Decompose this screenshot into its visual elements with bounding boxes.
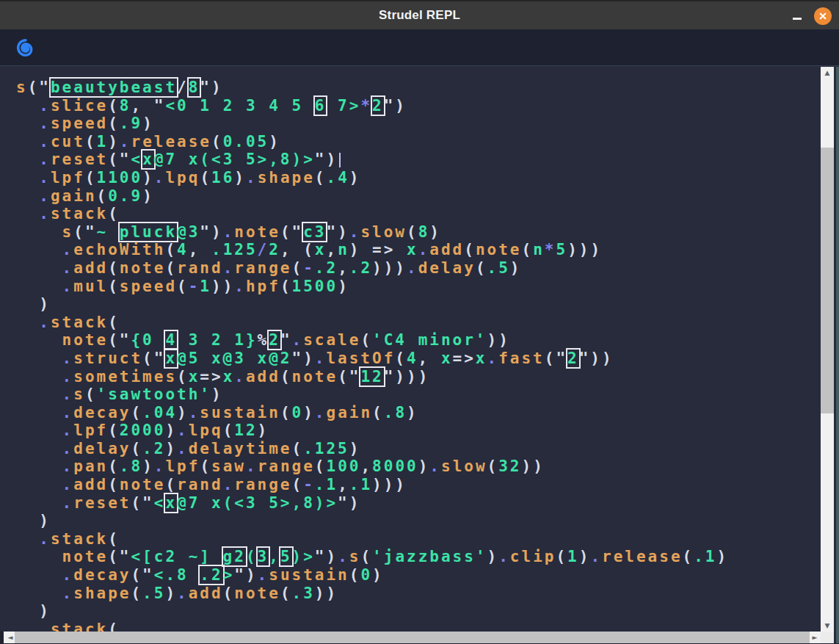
- code-token: (: [108, 259, 120, 277]
- code-token: /: [177, 79, 189, 96]
- active-event-highlight: 12: [360, 368, 383, 386]
- code-line: .struct("x@5 x@3 x@2").lastOf(4, x=>x.fa…: [16, 350, 728, 368]
- code-token: 1100: [97, 169, 143, 187]
- code-token: stack: [51, 314, 108, 331]
- code-token: ): [211, 386, 223, 403]
- code-token: ): [579, 548, 591, 565]
- code-token: struct: [73, 350, 142, 367]
- code-token: <.8: [154, 566, 200, 584]
- code-token: (: [464, 241, 476, 258]
- code-token: (": [338, 368, 360, 386]
- code-token: (: [131, 585, 142, 602]
- code-token: .: [39, 187, 51, 205]
- code-line: .pan(.8).lpf(saw.range(100,8000).slow(32…: [16, 457, 728, 476]
- code-token: )): [211, 278, 234, 295]
- code-token: ): [234, 169, 246, 187]
- scrollbar-corner: [821, 632, 834, 643]
- code-token: reset: [51, 151, 108, 168]
- active-event-highlight: beautybeast: [51, 79, 177, 96]
- code-token: .: [177, 422, 189, 439]
- code-token: pan: [73, 457, 108, 475]
- code-token: .: [62, 368, 74, 386]
- code-token: (: [683, 548, 694, 565]
- code-token: range: [234, 259, 291, 277]
- close-button[interactable]: ✕: [814, 7, 832, 25]
- code-token: rand: [177, 476, 223, 493]
- code-token: 32: [498, 457, 521, 475]
- code-token: %: [258, 331, 269, 349]
- code-token: .: [39, 115, 51, 132]
- code-token: shape: [73, 585, 131, 602]
- code-token: ): [39, 295, 51, 313]
- code-token: 0: [360, 566, 372, 584]
- strudel-repl-window: Strudel REPL ✕ s("beautybeast/8") .slice…: [0, 0, 839, 644]
- code-line: s("beautybeast/8"): [16, 79, 728, 97]
- code-token: .: [39, 151, 51, 168]
- code-line: .echoWith(4, .125/2, (x,n) => x.add(note…: [16, 241, 728, 259]
- code-line: .lpf(2000).lpq(12): [16, 422, 728, 440]
- strudel-logo-icon[interactable]: [15, 36, 37, 59]
- active-event-highlight: .2: [200, 566, 222, 584]
- code-token: add: [73, 476, 108, 493]
- code-token: ): [487, 548, 499, 565]
- scroll-up-arrow-icon[interactable]: ▲: [821, 67, 834, 79]
- code-token: .: [498, 548, 510, 565]
- code-token: .2: [142, 440, 165, 457]
- code-token: .: [39, 621, 51, 632]
- code-token: @3: [177, 223, 200, 241]
- code-token: .: [62, 350, 74, 367]
- code-token: echoWith: [73, 241, 165, 258]
- active-event-highlight: 5: [280, 548, 292, 565]
- code-token: x: [441, 350, 453, 367]
- code-line: ): [16, 512, 728, 530]
- code-token: delay: [73, 440, 131, 457]
- code-token: 0.9: [108, 187, 142, 205]
- horizontal-scrollbar[interactable]: ◄ ►: [4, 632, 821, 643]
- code-line: .delay(.2).delaytime(.125): [16, 440, 728, 458]
- code-token: ,: [418, 350, 441, 367]
- code-token: .: [62, 476, 74, 493]
- code-token: ): [142, 457, 154, 475]
- titlebar[interactable]: Strudel REPL ✕: [0, 0, 839, 29]
- code-token: .: [487, 350, 499, 367]
- code-token: -: [303, 476, 315, 493]
- vertical-scrollbar[interactable]: ▲ ▼: [821, 67, 834, 632]
- code-token: 1: [567, 548, 579, 565]
- code-token: @5 x@3 x@2: [177, 350, 291, 367]
- code-line: note("{0 4 3 2 1}%2".scale('C4 minor')): [16, 331, 728, 350]
- code-token: ))): [372, 259, 407, 277]
- code-token: speed: [51, 115, 108, 132]
- code-token: ): [349, 440, 361, 457]
- code-line: s("~ pluck@3").note("c3").slow(8): [16, 223, 728, 242]
- code-token: "): [291, 350, 314, 367]
- code-token: <0 1 2 3 4 5: [165, 97, 314, 115]
- code-token: (: [223, 422, 235, 439]
- code-line: .stack(: [16, 314, 728, 332]
- active-event-highlight: c3: [303, 223, 326, 241]
- code-token: range: [258, 457, 315, 475]
- code-token: ): [165, 585, 177, 602]
- code-area[interactable]: s("beautybeast/8") .slice(8, "<0 1 2 3 4…: [16, 79, 728, 632]
- horizontal-scrollbar-thumb[interactable]: [15, 632, 810, 643]
- code-token: )): [487, 331, 510, 349]
- code-token: (: [522, 241, 534, 258]
- code-editor[interactable]: s("beautybeast/8") .slice(8, "<0 1 2 3 4…: [0, 67, 821, 632]
- code-token: add: [189, 585, 223, 602]
- code-line: .stack(: [16, 530, 728, 549]
- code-line: .add(note(rand.range(-.2,.2))).delay(.5): [16, 259, 728, 278]
- code-token: note: [120, 259, 166, 277]
- code-token: (: [292, 476, 304, 493]
- scroll-right-arrow-icon[interactable]: ►: [808, 632, 821, 643]
- scroll-down-arrow-icon[interactable]: ▼: [821, 620, 834, 632]
- code-token: .1: [315, 476, 338, 493]
- code-token: .: [315, 350, 327, 367]
- code-token: x: [223, 368, 235, 386]
- code-token: scale: [303, 331, 360, 349]
- code-token: .8: [384, 404, 407, 422]
- minimize-button[interactable]: [792, 10, 802, 23]
- vertical-scrollbar-thumb[interactable]: [821, 148, 834, 413]
- code-token: .4: [327, 169, 349, 187]
- code-token: (: [280, 368, 292, 386]
- code-token: (: [108, 97, 120, 115]
- code-token: .: [234, 278, 246, 295]
